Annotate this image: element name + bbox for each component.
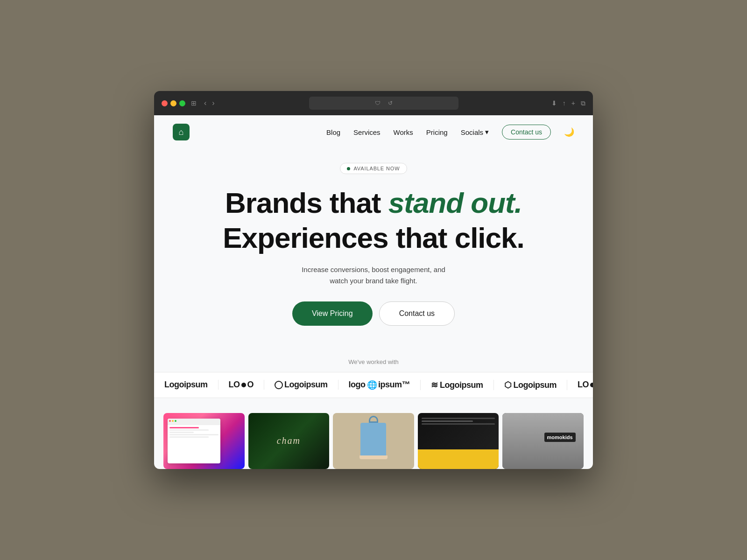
site-navigation: ⌂ Blog Services Works Pricing Socials ▾ … xyxy=(154,115,593,149)
mockup-header xyxy=(168,419,220,425)
nav-item-blog[interactable]: Blog xyxy=(326,128,340,136)
portfolio-item-website[interactable] xyxy=(163,413,245,469)
new-tab-icon[interactable]: + xyxy=(571,99,575,107)
traffic-lights xyxy=(162,100,185,106)
hero-heading-accent: stand out. xyxy=(388,187,522,219)
website-content: ⌂ Blog Services Works Pricing Socials ▾ … xyxy=(154,115,593,469)
moon-icon: 🌙 xyxy=(564,127,574,137)
hero-heading-normal: Brands that xyxy=(225,187,388,219)
available-badge: AVAILABLE NOW xyxy=(340,163,407,174)
sidebar-toggle-icon[interactable]: ⊞ xyxy=(191,99,197,107)
browser-chrome: ⊞ ‹ › 🛡 ↺ ⬇ ↑ + ⧉ xyxy=(154,91,593,115)
momokids-sign: momokids xyxy=(544,433,576,442)
hero-buttons: View Pricing Contact us xyxy=(173,301,574,326)
bag-bottom xyxy=(359,455,388,459)
logo-item: Logoipsum xyxy=(154,380,218,390)
nav-item-services[interactable]: Services xyxy=(353,128,381,136)
nav-item-socials[interactable]: Socials ▾ xyxy=(461,128,489,136)
refresh-icon[interactable]: ↺ xyxy=(388,100,393,106)
tabs-icon[interactable]: ⧉ xyxy=(581,99,585,107)
logos-section: We've worked with Logoipsum LOO Logoipsu… xyxy=(154,354,593,406)
bag-body xyxy=(360,423,386,455)
site-logo[interactable]: ⌂ xyxy=(173,124,190,140)
nav-arrows: ‹ › xyxy=(202,98,217,108)
address-bar[interactable]: 🛡 ↺ xyxy=(309,97,458,110)
portfolio-section: cham xyxy=(154,406,593,469)
portfolio-item-cham[interactable]: cham xyxy=(248,413,330,469)
close-button[interactable] xyxy=(162,100,168,106)
hero-heading-line2: Experiences that click. xyxy=(173,222,574,254)
share-icon[interactable]: ↑ xyxy=(563,99,566,107)
nav-item-works[interactable]: Works xyxy=(394,128,413,136)
nav-contact-button[interactable]: Contact us xyxy=(502,125,551,140)
yellow-card xyxy=(418,449,499,469)
bag-product xyxy=(359,423,388,459)
portfolio-item-dark-website[interactable] xyxy=(418,413,499,469)
forward-button[interactable]: › xyxy=(210,98,216,108)
hero-heading-line1: Brands that stand out. xyxy=(173,187,574,219)
maximize-button[interactable] xyxy=(179,100,185,106)
download-icon[interactable]: ⬇ xyxy=(551,99,557,107)
logos-label: We've worked with xyxy=(154,358,593,365)
browser-actions: ⬇ ↑ + ⧉ xyxy=(551,99,585,107)
logo-item: Logoipsum xyxy=(264,380,338,390)
portfolio-item-momokids[interactable]: momokids xyxy=(502,413,584,469)
back-button[interactable]: ‹ xyxy=(202,98,208,108)
hero-subheading-bold: click. xyxy=(455,222,524,254)
browser-window: ⊞ ‹ › 🛡 ↺ ⬇ ↑ + ⧉ ⌂ Blog Services xyxy=(154,91,593,469)
hero-section: AVAILABLE NOW Brands that stand out. Exp… xyxy=(154,149,593,353)
badge-text: AVAILABLE NOW xyxy=(353,166,400,171)
logo-item: LOO xyxy=(218,380,265,390)
view-pricing-button[interactable]: View Pricing xyxy=(292,301,373,326)
portfolio-item-bag[interactable] xyxy=(333,413,414,469)
logo-item: ⬡ Logoipsum xyxy=(494,380,568,390)
logo-item: LOO xyxy=(567,380,593,390)
hero-description: Increase conversions, boost engagement, … xyxy=(173,264,574,287)
nav-item-pricing[interactable]: Pricing xyxy=(426,128,448,136)
bag-handle xyxy=(369,416,378,423)
minimize-button[interactable] xyxy=(170,100,176,106)
address-bar-container: 🛡 ↺ xyxy=(222,97,546,110)
nav-links: Blog Services Works Pricing Socials ▾ Co… xyxy=(326,125,574,140)
logo-item: logo 🌐 ipsum™ xyxy=(338,380,421,390)
hero-subheading-normal: Experiences that xyxy=(223,222,454,254)
status-dot xyxy=(347,167,350,170)
logo-item: ≋ Logoipsum xyxy=(421,380,494,390)
contact-us-button[interactable]: Contact us xyxy=(379,301,455,326)
security-icon: 🛡 xyxy=(375,100,381,106)
cham-logo-text: cham xyxy=(277,435,301,446)
website-mockup xyxy=(168,419,220,463)
logos-strip: Logoipsum LOO Logoipsum logo 🌐 ipsum™ ≋ … xyxy=(154,372,593,398)
mockup-body xyxy=(168,425,220,441)
logos-inner: Logoipsum LOO Logoipsum logo 🌐 ipsum™ ≋ … xyxy=(154,380,593,390)
chevron-down-icon: ▾ xyxy=(485,128,489,136)
dark-mode-toggle[interactable]: 🌙 xyxy=(564,127,574,137)
